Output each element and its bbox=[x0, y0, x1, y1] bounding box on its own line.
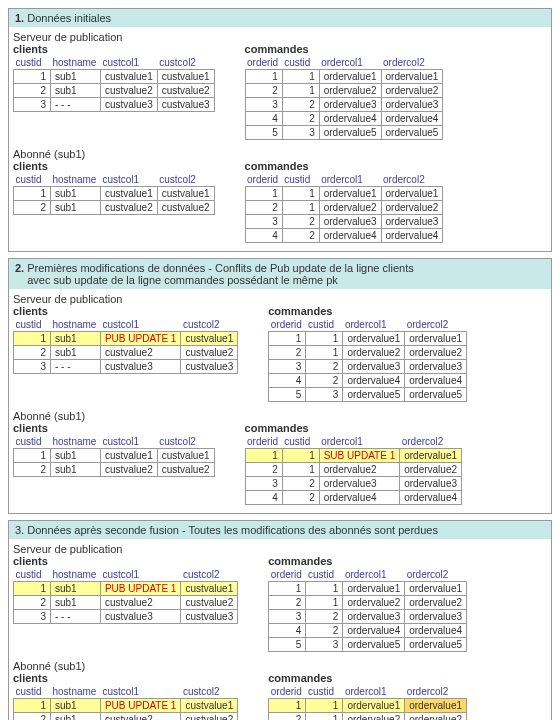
sub-clients-table: custidhostnamecustcol1custcol2 1sub1cust… bbox=[13, 173, 215, 215]
pub-label: Serveur de publication bbox=[13, 543, 551, 555]
sub-label: Abonné (sub1) bbox=[13, 410, 551, 422]
table-name: clients bbox=[13, 422, 215, 434]
pub-commandes-table: orderidcustidordercol1ordercol2 11orderv… bbox=[268, 568, 467, 652]
table-name: clients bbox=[13, 672, 238, 684]
table-name: commandes bbox=[245, 422, 462, 434]
section-3: 3. Données après seconde fusion - Toutes… bbox=[8, 520, 552, 720]
sub-clients-table: custidhostnamecustcol1custcol2 1sub1cust… bbox=[13, 435, 215, 477]
sub-label: Abonné (sub1) bbox=[13, 660, 551, 672]
section-1: 1. Données initiales Serveur de publicat… bbox=[8, 8, 552, 252]
section-1-header: 1. Données initiales bbox=[9, 9, 551, 27]
pub-label: Serveur de publication bbox=[13, 293, 551, 305]
pub-commandes-table: orderidcustidordercol1ordercol2 11orderv… bbox=[268, 318, 467, 402]
pub-clients-table: custidhostnamecustcol1custcol2 1sub1PUB … bbox=[13, 318, 238, 374]
table-name: commandes bbox=[245, 43, 444, 55]
section-2: 2. Premières modifications de données - … bbox=[8, 258, 552, 514]
sub-commandes-table: orderidcustidordercol1ordercol2 11orderv… bbox=[245, 173, 444, 243]
pub-clients-table: custidhostnamecustcol1custcol2 1sub1PUB … bbox=[13, 568, 238, 624]
sub-label: Abonné (sub1) bbox=[13, 148, 551, 160]
table-name: clients bbox=[13, 43, 215, 55]
table-name: commandes bbox=[268, 672, 467, 684]
pub-commandes-table: orderidcustidordercol1ordercol2 11orderv… bbox=[245, 56, 444, 140]
sub-commandes-table: orderidcustidordercol1ordercol2 11SUB UP… bbox=[245, 435, 462, 505]
table-name: commandes bbox=[268, 305, 467, 317]
table-name: clients bbox=[13, 305, 238, 317]
table-name: commandes bbox=[268, 555, 467, 567]
sub-commandes-table: orderidcustidordercol1ordercol2 11orderv… bbox=[268, 685, 467, 720]
table-name: clients bbox=[13, 555, 238, 567]
section-3-header: 3. Données après seconde fusion - Toutes… bbox=[9, 521, 551, 539]
section-2-header: 2. Premières modifications de données - … bbox=[9, 259, 551, 289]
pub-label: Serveur de publication bbox=[13, 31, 551, 43]
sub-clients-table: custidhostnamecustcol1custcol2 1sub1PUB … bbox=[13, 685, 238, 720]
table-name: commandes bbox=[245, 160, 444, 172]
pub-clients-table: custidhostnamecustcol1custcol2 1sub1cust… bbox=[13, 56, 215, 112]
table-name: clients bbox=[13, 160, 215, 172]
